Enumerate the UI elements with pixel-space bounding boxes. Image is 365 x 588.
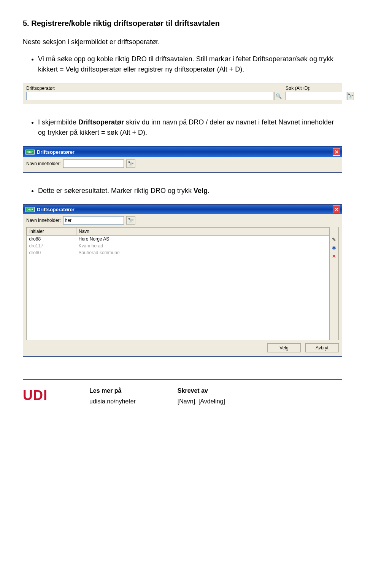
section-heading: 5. Registrere/koble riktig driftsoperatø… bbox=[23, 19, 342, 28]
close-icon[interactable]: ✕ bbox=[333, 148, 340, 156]
cell-navn: Kvam herad bbox=[76, 242, 329, 249]
footer-col2-value: [Navn], [Avdeling] bbox=[178, 398, 225, 405]
cell-navn: Sauherad kommune bbox=[76, 249, 329, 256]
page-footer: UDI Les mer på udisia.no/nyheter Skrevet… bbox=[23, 387, 342, 405]
screenshot-driftsoperatorer-results: DUF Driftsoperatører ✕ Navn inneholder: … bbox=[23, 204, 342, 357]
window-titlebar: DUF Driftsoperatører ✕ bbox=[23, 205, 342, 214]
close-icon[interactable]: ✕ bbox=[333, 206, 340, 213]
pencil-icon[interactable]: ✎ bbox=[331, 236, 337, 242]
bullet-2: I skjermbilde Driftsoperatør skriv du in… bbox=[38, 117, 342, 138]
label-sok: Søk (Alt+D): bbox=[286, 86, 339, 91]
footer-col2-heading: Skrevet av bbox=[178, 387, 225, 394]
driftsoperator-input[interactable] bbox=[26, 92, 273, 100]
table-row[interactable]: dro60Sauherad kommune bbox=[27, 249, 329, 256]
window-titlebar: DUF Driftsoperatører ✕ bbox=[23, 147, 342, 157]
bullet-1: Vi må søke opp og koble riktig DRO til d… bbox=[38, 54, 342, 75]
avbryt-button[interactable]: Avbryt bbox=[305, 343, 339, 352]
navn-inneholder-label: Navn inneholder: bbox=[26, 161, 61, 166]
label-driftsoperator: Driftsoperatør: bbox=[26, 86, 283, 91]
duf-badge: DUF bbox=[25, 150, 35, 155]
cell-initialer: dro88 bbox=[27, 236, 76, 243]
window-title: Driftsoperatører bbox=[37, 207, 75, 212]
grid-action-bar: ✎ ✱ ✕ bbox=[329, 227, 338, 340]
velg-button[interactable]: Velg bbox=[267, 343, 301, 352]
binoculars-icon[interactable]: 🔭 bbox=[347, 92, 354, 100]
binoculars-icon[interactable]: 🔭 bbox=[126, 159, 135, 168]
navn-inneholder-label: Navn inneholder: bbox=[26, 218, 61, 223]
intro-text: Neste seksjon i skjermbildet er driftsop… bbox=[23, 37, 342, 47]
results-table: Initialer Navn dro88Hero Norge ASdro117K… bbox=[27, 227, 329, 340]
col-navn[interactable]: Navn bbox=[76, 228, 329, 236]
cell-initialer: dro60 bbox=[27, 249, 76, 256]
screenshot-driftsoperator-field: Driftsoperatør: 🔍 Søk (Alt+D): 🔭 bbox=[23, 83, 342, 104]
footer-col1-value: udisia.no/nyheter bbox=[89, 398, 136, 405]
cell-navn: Hero Norge AS bbox=[76, 236, 329, 243]
magnifier-icon[interactable]: 🔍 bbox=[274, 92, 283, 100]
bullet-3: Dette er søkeresultatet. Marker riktig D… bbox=[38, 186, 342, 196]
udi-logo: UDI bbox=[23, 387, 48, 403]
screenshot-driftsoperatorer-empty: DUF Driftsoperatører ✕ Navn inneholder: … bbox=[23, 146, 342, 173]
delete-icon[interactable]: ✕ bbox=[331, 253, 337, 259]
table-row[interactable]: dro117Kvam herad bbox=[27, 242, 329, 249]
binoculars-icon[interactable]: 🔭 bbox=[126, 216, 135, 225]
duf-badge: DUF bbox=[25, 207, 35, 212]
footer-divider bbox=[23, 379, 342, 380]
navn-inneholder-input[interactable] bbox=[63, 216, 124, 225]
table-row[interactable]: dro88Hero Norge AS bbox=[27, 236, 329, 243]
footer-col1-heading: Les mer på bbox=[89, 387, 136, 394]
cell-initialer: dro117 bbox=[27, 242, 76, 249]
window-title: Driftsoperatører bbox=[37, 149, 75, 155]
navn-inneholder-input[interactable] bbox=[63, 159, 124, 168]
col-initialer[interactable]: Initialer bbox=[27, 228, 76, 236]
star-icon[interactable]: ✱ bbox=[331, 245, 337, 251]
sok-input[interactable] bbox=[286, 92, 346, 100]
